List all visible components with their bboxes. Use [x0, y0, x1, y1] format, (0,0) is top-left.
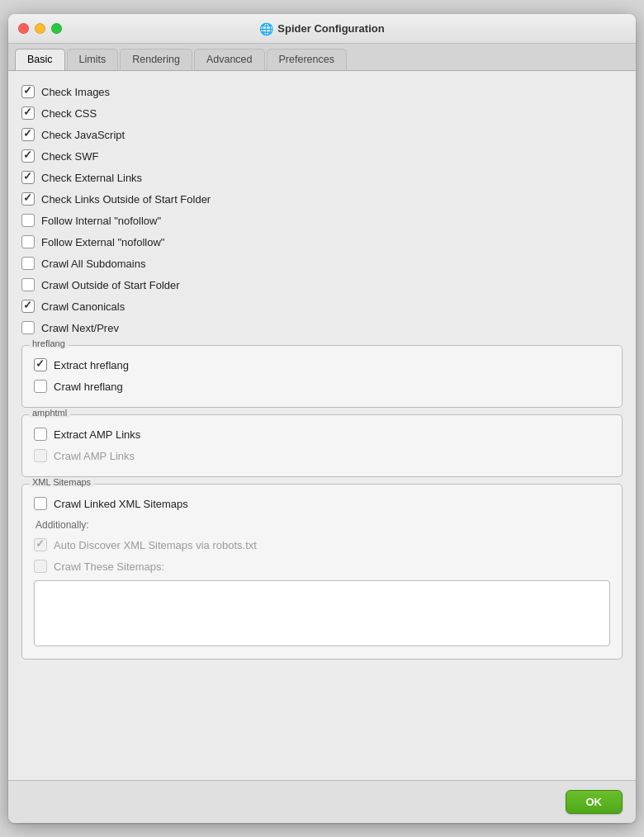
crawl-these-sitemaps-label: Crawl These Sitemaps:	[54, 560, 164, 573]
auto-discover-xml-label: Auto Discover XML Sitemaps via robots.tx…	[54, 539, 257, 551]
additionally-label: Additionally:	[36, 519, 610, 531]
extract-amp-links-checkbox[interactable]	[34, 428, 47, 441]
crawl-next-prev-label[interactable]: Crawl Next/Prev	[41, 322, 119, 334]
extract-hreflang-label[interactable]: Extract hreflang	[54, 359, 129, 371]
check-swf-item: Check SWF	[21, 145, 623, 167]
check-external-links-item: Check External Links	[21, 167, 623, 188]
title-icon: 🌐	[259, 22, 273, 35]
auto-discover-xml-checkbox[interactable]	[34, 538, 47, 551]
check-swf-checkbox[interactable]	[21, 149, 35, 163]
hreflang-group: hreflang Extract hreflang Crawl hreflang	[21, 345, 623, 408]
scroll-panel[interactable]: Check Images Check CSS Check JavaScript …	[8, 71, 636, 780]
extract-hreflang-checkbox[interactable]	[34, 358, 47, 371]
hreflang-legend: hreflang	[29, 338, 69, 348]
ok-button[interactable]: OK	[566, 790, 623, 814]
follow-internal-nofollow-item: Follow Internal "nofollow"	[21, 210, 623, 231]
crawl-amp-links-label: Crawl AMP Links	[54, 450, 135, 462]
maximize-button[interactable]	[51, 23, 62, 34]
crawl-linked-xml-label[interactable]: Crawl Linked XML Sitemaps	[54, 498, 188, 510]
check-external-links-label[interactable]: Check External Links	[41, 172, 142, 184]
traffic-lights	[18, 23, 62, 34]
check-images-label[interactable]: Check Images	[41, 86, 110, 98]
check-css-item: Check CSS	[21, 102, 623, 124]
crawl-next-prev-checkbox[interactable]	[21, 321, 35, 334]
main-window: 🌐 Spider Configuration Basic Limits Rend…	[8, 14, 636, 823]
crawl-next-prev-item: Crawl Next/Prev	[21, 317, 623, 338]
amphtml-group: amphtml Extract AMP Links Crawl AMP Link…	[21, 414, 623, 477]
extract-amp-links-item: Extract AMP Links	[34, 423, 610, 445]
check-css-checkbox[interactable]	[21, 106, 35, 120]
tab-basic[interactable]: Basic	[15, 49, 65, 70]
tab-advanced[interactable]: Advanced	[194, 49, 265, 70]
check-links-outside-item: Check Links Outside of Start Folder	[21, 188, 623, 210]
crawl-canonicals-label[interactable]: Crawl Canonicals	[41, 300, 125, 313]
crawl-canonicals-checkbox[interactable]	[21, 300, 35, 313]
check-javascript-checkbox[interactable]	[21, 128, 35, 141]
crawl-canonicals-item: Crawl Canonicals	[21, 296, 623, 317]
crawl-hreflang-item: Crawl hreflang	[34, 376, 610, 397]
auto-discover-xml-item: Auto Discover XML Sitemaps via robots.tx…	[34, 534, 610, 556]
check-css-label[interactable]: Check CSS	[41, 107, 97, 120]
xml-sitemaps-legend: XML Sitemaps	[29, 477, 94, 487]
close-button[interactable]	[18, 23, 29, 34]
follow-external-nofollow-checkbox[interactable]	[21, 235, 35, 248]
tab-rendering[interactable]: Rendering	[120, 49, 192, 70]
check-javascript-item: Check JavaScript	[21, 124, 623, 145]
crawl-linked-xml-item: Crawl Linked XML Sitemaps	[34, 493, 610, 514]
crawl-linked-xml-checkbox[interactable]	[34, 497, 47, 510]
crawl-hreflang-checkbox[interactable]	[34, 380, 47, 393]
follow-internal-nofollow-label[interactable]: Follow Internal "nofollow"	[41, 215, 161, 227]
check-external-links-checkbox[interactable]	[21, 171, 35, 184]
crawl-outside-start-folder-label[interactable]: Crawl Outside of Start Folder	[41, 279, 180, 291]
tab-limits[interactable]: Limits	[67, 49, 119, 70]
minimize-button[interactable]	[35, 23, 45, 34]
content-area: Check Images Check CSS Check JavaScript …	[8, 71, 636, 780]
check-links-outside-checkbox[interactable]	[21, 192, 35, 206]
crawl-these-sitemaps-item: Crawl These Sitemaps:	[34, 556, 610, 577]
extract-hreflang-item: Extract hreflang	[34, 354, 610, 376]
crawl-outside-start-folder-checkbox[interactable]	[21, 278, 35, 291]
xml-sitemaps-group: XML Sitemaps Crawl Linked XML Sitemaps A…	[21, 484, 623, 660]
title-bar: 🌐 Spider Configuration	[8, 14, 636, 44]
crawl-all-subdomains-checkbox[interactable]	[21, 257, 35, 270]
tab-bar: Basic Limits Rendering Advanced Preferen…	[8, 44, 636, 71]
extract-amp-links-label[interactable]: Extract AMP Links	[54, 428, 140, 441]
crawl-all-subdomains-label[interactable]: Crawl All Subdomains	[41, 258, 145, 270]
check-links-outside-label[interactable]: Check Links Outside of Start Folder	[41, 193, 211, 206]
crawl-these-sitemaps-checkbox[interactable]	[34, 560, 47, 573]
crawl-amp-links-item: Crawl AMP Links	[34, 445, 610, 466]
follow-internal-nofollow-checkbox[interactable]	[21, 214, 35, 227]
follow-external-nofollow-item: Follow External "nofollow"	[21, 231, 623, 253]
tab-preferences[interactable]: Preferences	[267, 49, 347, 70]
crawl-hreflang-label[interactable]: Crawl hreflang	[54, 381, 123, 393]
crawl-amp-links-checkbox[interactable]	[34, 449, 47, 462]
crawl-all-subdomains-item: Crawl All Subdomains	[21, 253, 623, 274]
crawl-outside-start-folder-item: Crawl Outside of Start Folder	[21, 274, 623, 296]
window-title: 🌐 Spider Configuration	[259, 22, 384, 35]
amphtml-legend: amphtml	[29, 408, 70, 418]
check-images-checkbox[interactable]	[21, 85, 35, 98]
follow-external-nofollow-label[interactable]: Follow External "nofollow"	[41, 236, 164, 248]
sitemaps-textarea[interactable]	[34, 580, 610, 646]
check-swf-label[interactable]: Check SWF	[41, 150, 98, 163]
check-javascript-label[interactable]: Check JavaScript	[41, 129, 125, 141]
check-images-item: Check Images	[21, 81, 623, 102]
bottom-bar: OK	[8, 780, 636, 823]
